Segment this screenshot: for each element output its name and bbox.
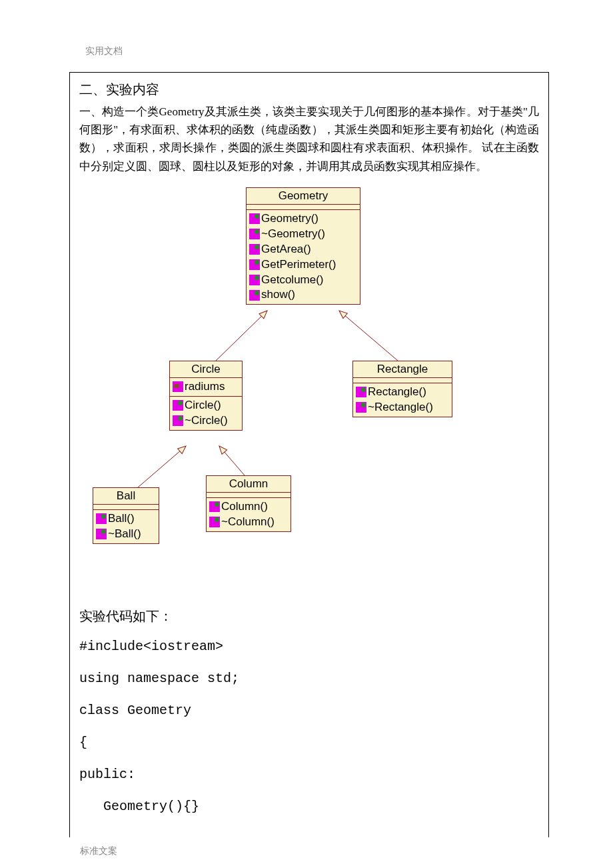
problem-description: 一、构造一个类Geometry及其派生类，该类主要实现关于几何图形的基本操作。对… [79,103,539,175]
svg-line-1 [339,311,398,361]
uml-title: Circle [170,361,242,378]
uml-class-rectangle: Rectangle Rectangle() ~Rectangle() [352,361,452,417]
uml-class-ball: Ball Ball() ~Ball() [93,487,159,544]
page-header: 实用文档 [85,45,123,57]
code-line: #include<iostream> [79,631,539,663]
method-icon [96,513,107,524]
code-line: Geometry(){} [79,791,539,823]
page-footer: 标准文案 [80,845,117,857]
method-icon [249,290,260,301]
uml-method: GetPerimeter() [247,257,360,273]
uml-class-circle: Circle radiums Circle() ~Circle() [169,361,243,431]
method-icon [249,244,260,255]
code-line: { [79,727,539,759]
method-icon [249,213,260,224]
code-line: using namespace std; [79,663,539,695]
uml-method: Column() [207,499,291,515]
method-icon [249,229,260,239]
uml-method: ~Ball() [93,527,159,542]
uml-title: Geometry [247,188,360,205]
uml-method: ~Geometry() [247,227,360,242]
uml-title: Column [207,476,291,493]
uml-attribute: radiums [170,379,242,395]
uml-class-column: Column Column() ~Column() [206,475,291,532]
method-icon [209,501,220,512]
uml-title: Ball [93,488,159,505]
method-icon [209,517,220,527]
uml-method: ~Column() [207,515,291,530]
attribute-icon [173,381,183,392]
code-section-label: 实验代码如下： [79,607,539,625]
method-icon [96,529,107,539]
method-icon [173,415,183,426]
uml-method: ~Circle() [170,413,242,429]
uml-method: Geometry() [247,211,360,227]
content-frame: 二、实验内容 一、构造一个类Geometry及其派生类，该类主要实现关于几何图形… [69,72,549,837]
uml-method: Ball() [93,511,159,527]
uml-class-geometry: Geometry Geometry() ~Geometry() GetArea(… [246,187,360,305]
svg-line-0 [216,311,267,361]
method-icon [249,259,260,270]
uml-title: Rectangle [353,361,452,378]
uml-method: GetArea() [247,242,360,257]
code-line: class Geometry [79,695,539,727]
method-icon [173,400,183,411]
uml-method: Rectangle() [353,385,452,400]
uml-method: ~Rectangle() [353,400,452,415]
section-title: 二、实验内容 [79,81,539,99]
uml-method: Getcolume() [247,273,360,288]
uml-method: Circle() [170,398,242,413]
method-icon [356,387,366,397]
uml-method: show() [247,287,360,303]
svg-line-3 [219,446,245,475]
svg-line-2 [138,446,186,487]
method-icon [249,275,260,285]
method-icon [356,402,366,413]
code-line: public: [79,759,539,791]
code-block: #include<iostream>using namespace std;cl… [79,631,539,823]
uml-diagram: Geometry Geometry() ~Geometry() GetArea(… [79,181,539,594]
